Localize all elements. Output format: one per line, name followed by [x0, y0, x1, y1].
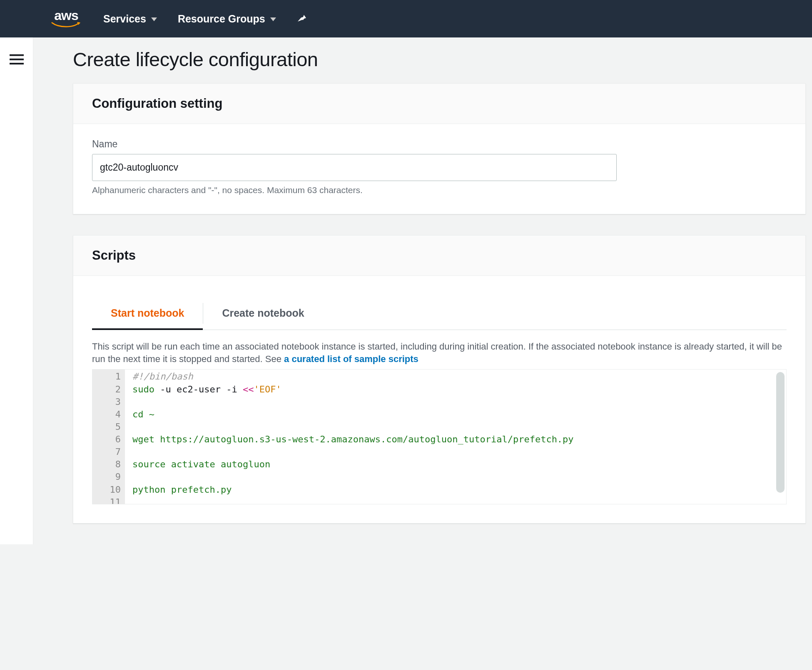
code-editor[interactable]: 123456789101112131415 #!/bin/bashsudo -u…	[92, 369, 787, 504]
name-input[interactable]	[92, 154, 617, 181]
scripts-tabs: Start notebook Create notebook	[92, 297, 787, 330]
script-description-text: This script will be run each time an ass…	[92, 341, 782, 364]
scripts-body: Start notebook Create notebook This scri…	[73, 276, 805, 523]
svg-rect-1	[10, 59, 24, 60]
sidebar-toggle[interactable]	[0, 37, 33, 544]
tab-create-notebook-label: Create notebook	[222, 307, 304, 319]
code-area[interactable]: #!/bin/bashsudo -u ec2-user -i <<'EOF' c…	[125, 370, 786, 504]
main-content: Create lifecycle configuration Configura…	[33, 37, 812, 544]
scripts-header: Scripts	[73, 236, 805, 276]
tab-start-notebook[interactable]: Start notebook	[92, 297, 203, 330]
nav-services[interactable]: Services	[103, 13, 157, 25]
config-setting-card: Configuration setting Name Alphanumeric …	[73, 83, 806, 214]
tab-create-notebook[interactable]: Create notebook	[203, 297, 323, 330]
aws-logo[interactable]: aws	[50, 9, 82, 29]
svg-rect-2	[10, 63, 24, 65]
config-setting-body: Name Alphanumeric characters and "-", no…	[73, 124, 805, 214]
scripts-card: Scripts Start notebook Create notebook T…	[73, 235, 806, 524]
nav-services-label: Services	[103, 13, 146, 25]
page-title: Create lifecycle configuration	[73, 48, 812, 71]
svg-rect-0	[10, 55, 24, 56]
script-description: This script will be run each time an ass…	[92, 340, 787, 365]
editor-scrollbar[interactable]	[776, 372, 785, 493]
hamburger-icon	[10, 54, 24, 65]
chevron-down-icon	[151, 17, 157, 21]
scripts-heading: Scripts	[92, 248, 787, 263]
nav-resource-groups-label: Resource Groups	[178, 13, 265, 25]
aws-logo-text: aws	[54, 9, 78, 22]
chevron-down-icon	[270, 17, 276, 21]
sample-scripts-link[interactable]: a curated list of sample scripts	[284, 354, 418, 364]
pin-icon	[297, 13, 308, 24]
name-hint: Alphanumeric characters and "-", no spac…	[92, 185, 787, 195]
code-gutter: 123456789101112131415	[92, 370, 125, 504]
config-setting-heading: Configuration setting	[92, 96, 787, 111]
top-nav: aws Services Resource Groups	[0, 0, 812, 37]
tab-start-notebook-label: Start notebook	[111, 307, 184, 319]
aws-smile-icon	[50, 21, 82, 29]
nav-resource-groups[interactable]: Resource Groups	[178, 13, 276, 25]
page-shell: Create lifecycle configuration Configura…	[0, 37, 812, 544]
config-setting-header: Configuration setting	[73, 84, 805, 124]
pin-button[interactable]	[297, 13, 308, 24]
name-label: Name	[92, 139, 787, 150]
